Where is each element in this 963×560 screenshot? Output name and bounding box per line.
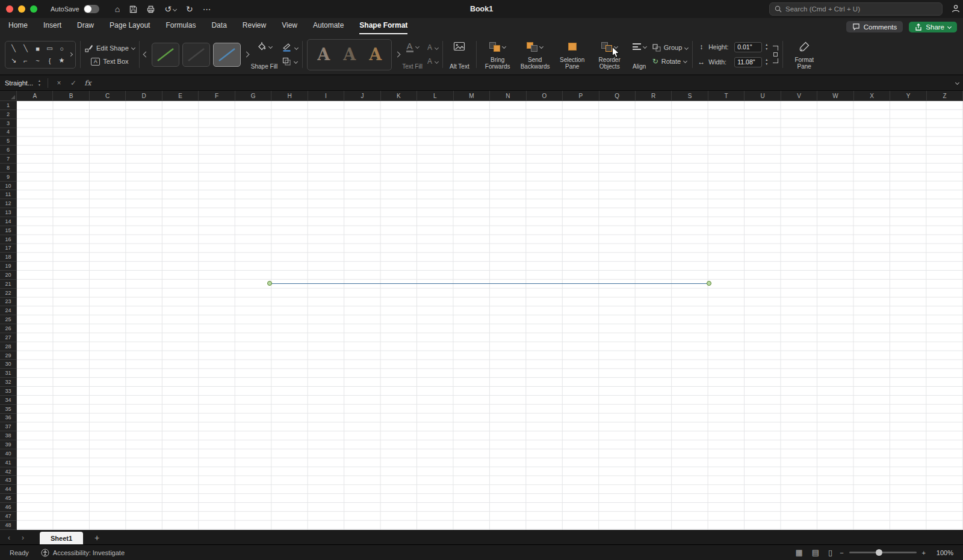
alt-text-button[interactable]: Alt Text bbox=[447, 38, 472, 72]
share-button[interactable]: Share bbox=[909, 22, 957, 32]
shape-effects-button[interactable] bbox=[282, 57, 298, 66]
width-input[interactable] bbox=[734, 57, 762, 67]
cells-area[interactable] bbox=[17, 101, 963, 530]
row-header-45[interactable]: 45 bbox=[0, 494, 16, 503]
row-header-10[interactable]: 10 bbox=[0, 182, 16, 191]
row-header-46[interactable]: 46 bbox=[0, 503, 16, 512]
zoom-slider[interactable] bbox=[849, 552, 917, 553]
column-header-J[interactable]: J bbox=[344, 91, 380, 100]
row-header-48[interactable]: 48 bbox=[0, 521, 16, 530]
stepper-up-icon[interactable]: ▲ bbox=[765, 43, 768, 46]
column-header-F[interactable]: F bbox=[199, 91, 235, 100]
row-header-17[interactable]: 17 bbox=[0, 244, 16, 253]
view-page-layout-button[interactable]: ▤ bbox=[812, 548, 819, 557]
search-box[interactable]: Search (Cmd + Ctrl + U) bbox=[769, 2, 943, 16]
row-header-30[interactable]: 30 bbox=[0, 360, 16, 369]
row-header-39[interactable]: 39 bbox=[0, 440, 16, 449]
column-header-L[interactable]: L bbox=[417, 91, 453, 100]
column-header-U[interactable]: U bbox=[745, 91, 781, 100]
height-stepper[interactable]: ▲▼ bbox=[765, 43, 768, 51]
wordart-style-3[interactable]: A bbox=[369, 46, 382, 63]
column-header-P[interactable]: P bbox=[563, 91, 599, 100]
row-header-37[interactable]: 37 bbox=[0, 422, 16, 431]
more-commands-button[interactable]: ⋯ bbox=[203, 4, 211, 14]
row-header-41[interactable]: 41 bbox=[0, 458, 16, 467]
print-button[interactable] bbox=[147, 5, 155, 13]
row-header-29[interactable]: 29 bbox=[0, 351, 16, 360]
tab-insert[interactable]: Insert bbox=[43, 18, 61, 34]
tab-page-layout[interactable]: Page Layout bbox=[110, 18, 150, 34]
width-stepper[interactable]: ▲▼ bbox=[765, 58, 768, 66]
arrow-icon[interactable]: ↘ bbox=[8, 56, 19, 66]
name-box-stepper[interactable]: ▲▼ bbox=[38, 79, 41, 87]
rectangle-icon[interactable]: ▭ bbox=[45, 44, 55, 54]
undo-button[interactable]: ↺ bbox=[164, 4, 176, 14]
zoom-in-button[interactable]: + bbox=[922, 549, 926, 556]
shape-fill-button[interactable]: Shape Fill bbox=[249, 38, 280, 72]
brace-icon[interactable]: { bbox=[45, 56, 55, 66]
tab-formulas[interactable]: Formulas bbox=[166, 18, 196, 34]
column-header-O[interactable]: O bbox=[527, 91, 563, 100]
select-all-corner[interactable] bbox=[0, 91, 17, 100]
line-arrow-icon[interactable]: ╲ bbox=[20, 44, 31, 54]
row-header-21[interactable]: 21 bbox=[0, 280, 16, 289]
row-header-28[interactable]: 28 bbox=[0, 342, 16, 351]
row-header-4[interactable]: 4 bbox=[0, 128, 16, 137]
line-style-green[interactable] bbox=[152, 43, 179, 67]
send-backwards-button[interactable]: Send Backwards bbox=[518, 38, 552, 72]
row-header-9[interactable]: 9 bbox=[0, 173, 16, 182]
tab-view[interactable]: View bbox=[282, 18, 297, 34]
row-header-38[interactable]: 38 bbox=[0, 431, 16, 440]
wordart-style-1[interactable]: A bbox=[317, 46, 330, 63]
stepper-up-icon[interactable]: ▲ bbox=[38, 79, 41, 82]
row-header-7[interactable]: 7 bbox=[0, 155, 16, 164]
curve-icon[interactable]: ~ bbox=[33, 56, 43, 66]
sheet-nav-next-button[interactable]: › bbox=[17, 532, 28, 543]
cancel-entry-button[interactable]: × bbox=[52, 79, 66, 87]
row-header-34[interactable]: 34 bbox=[0, 396, 16, 405]
name-box[interactable]: Straight... bbox=[0, 79, 35, 87]
tab-automate[interactable]: Automate bbox=[313, 18, 344, 34]
add-sheet-button[interactable]: + bbox=[91, 532, 103, 544]
zoom-slider-thumb[interactable] bbox=[876, 549, 882, 556]
row-header-22[interactable]: 22 bbox=[0, 289, 16, 298]
tab-draw[interactable]: Draw bbox=[77, 18, 94, 34]
column-header-T[interactable]: T bbox=[708, 91, 745, 100]
line-icon[interactable]: ╲ bbox=[8, 44, 19, 54]
column-header-I[interactable]: I bbox=[308, 91, 344, 100]
column-header-D[interactable]: D bbox=[126, 91, 162, 100]
column-header-G[interactable]: G bbox=[235, 91, 271, 100]
autosave-toggle[interactable] bbox=[84, 5, 99, 13]
format-pane-button[interactable]: Format Pane bbox=[787, 38, 821, 72]
bring-forwards-button[interactable]: Bring Forwards bbox=[481, 38, 515, 72]
row-header-15[interactable]: 15 bbox=[0, 226, 16, 235]
shape-style-prev-button[interactable] bbox=[143, 52, 149, 58]
row-header-19[interactable]: 19 bbox=[0, 262, 16, 271]
stepper-down-icon[interactable]: ▼ bbox=[765, 48, 768, 51]
sheet-nav-prev-button[interactable]: ‹ bbox=[4, 532, 14, 543]
row-header-20[interactable]: 20 bbox=[0, 271, 16, 280]
confirm-entry-button[interactable]: ✓ bbox=[66, 79, 81, 87]
column-header-C[interactable]: C bbox=[90, 91, 126, 100]
column-header-S[interactable]: S bbox=[672, 91, 708, 100]
reorder-objects-button[interactable]: Reorder Objects bbox=[593, 38, 627, 72]
column-header-M[interactable]: M bbox=[454, 91, 490, 100]
row-header-2[interactable]: 2 bbox=[0, 110, 16, 119]
zoom-out-button[interactable]: − bbox=[840, 549, 843, 556]
home-button[interactable]: ⌂ bbox=[115, 4, 120, 14]
insert-shapes-expand-button[interactable] bbox=[69, 52, 73, 57]
row-header-31[interactable]: 31 bbox=[0, 369, 16, 378]
star-icon[interactable]: ★ bbox=[57, 56, 67, 66]
column-header-K[interactable]: K bbox=[381, 91, 417, 100]
redo-button[interactable]: ↻ bbox=[186, 4, 193, 14]
row-header-12[interactable]: 12 bbox=[0, 199, 16, 208]
line-style-blue[interactable] bbox=[213, 43, 241, 67]
tab-data[interactable]: Data bbox=[211, 18, 226, 34]
row-header-43[interactable]: 43 bbox=[0, 476, 16, 485]
stepper-down-icon[interactable]: ▼ bbox=[765, 63, 768, 66]
tab-shape-format[interactable]: Shape Format bbox=[359, 18, 407, 34]
height-input[interactable] bbox=[734, 42, 762, 52]
row-header-40[interactable]: 40 bbox=[0, 449, 16, 458]
close-window-button[interactable] bbox=[6, 5, 13, 13]
comments-button[interactable]: Comments bbox=[846, 21, 903, 32]
